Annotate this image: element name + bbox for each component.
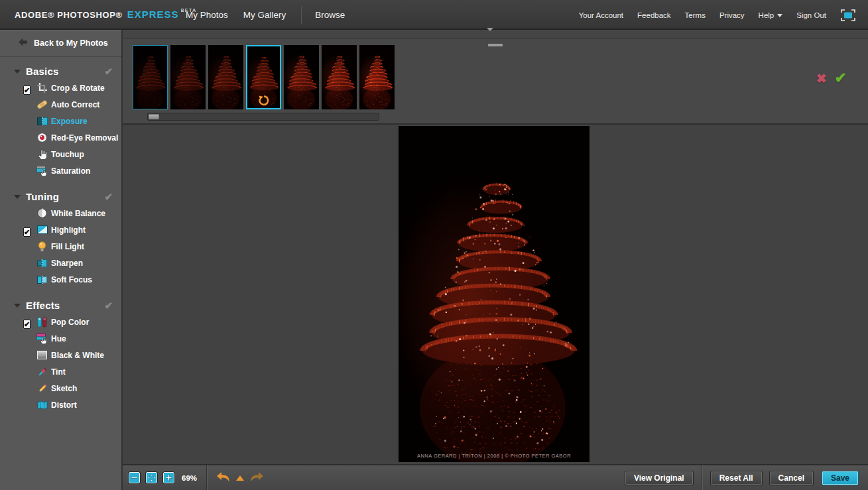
sidebar-item-exposure[interactable]: Exposure bbox=[0, 113, 121, 129]
toolbar-divider bbox=[206, 465, 207, 490]
history-controls bbox=[216, 471, 269, 485]
sidebar-item-tint[interactable]: Tint bbox=[0, 363, 121, 380]
section-header-effects[interactable]: Effects✔ bbox=[0, 297, 121, 314]
exposure-thumbnail-5[interactable] bbox=[284, 45, 319, 109]
crop-icon bbox=[36, 82, 48, 93]
zoom-in-button[interactable] bbox=[163, 472, 174, 483]
highlight-icon bbox=[36, 224, 48, 235]
nav-browse[interactable]: Browse bbox=[315, 10, 345, 20]
item-label: Tint bbox=[51, 367, 66, 377]
exposure-thumbnail-4-selected[interactable] bbox=[246, 45, 281, 109]
photo-caption: ANNA GERARD | TRITON | 2008 | © PHOTO PE… bbox=[399, 453, 589, 459]
redo-icon[interactable] bbox=[249, 471, 264, 485]
main-nav: My Photos My Gallery Browse bbox=[186, 0, 360, 30]
filmstrip-scrollbar[interactable] bbox=[147, 113, 379, 121]
sidebar-item-hue[interactable]: Hue bbox=[0, 330, 121, 347]
editor-canvas: ANNA GERARD | TRITON | 2008 | © PHOTO PE… bbox=[123, 125, 868, 464]
photo-preview[interactable]: ANNA GERARD | TRITON | 2008 | © PHOTO PE… bbox=[399, 126, 589, 462]
nav-my-photos[interactable]: My Photos bbox=[186, 10, 228, 20]
checkbox-slot bbox=[23, 117, 32, 125]
sharpen-icon bbox=[36, 257, 48, 269]
filmstrip-scrollbar-handle[interactable] bbox=[149, 114, 159, 119]
back-arrow-icon bbox=[18, 37, 28, 49]
checked-checkbox[interactable]: ✔ bbox=[23, 84, 32, 92]
sketch-icon bbox=[36, 383, 48, 394]
sidebar-item-red-eye-removal[interactable]: Red-Eye Removal bbox=[0, 129, 121, 146]
sidebar-item-crop-rotate[interactable]: ✔Crop & Rotate bbox=[0, 80, 121, 96]
sidebar-item-pop-color[interactable]: ✔Pop Color bbox=[0, 314, 121, 330]
save-button[interactable]: Save bbox=[822, 471, 859, 485]
popcolor-icon bbox=[36, 316, 48, 328]
softfocus-icon bbox=[36, 274, 48, 285]
checkbox-slot bbox=[23, 166, 32, 175]
exposure-thumbnails bbox=[133, 45, 397, 109]
fullscreen-icon[interactable] bbox=[840, 9, 856, 22]
section-header-basics[interactable]: Basics✔ bbox=[0, 63, 121, 80]
exposure-thumbnail-3[interactable] bbox=[208, 45, 243, 109]
sidebar-item-auto-correct[interactable]: Auto Correct bbox=[0, 96, 121, 113]
sidebar-item-sketch[interactable]: Sketch bbox=[0, 380, 121, 397]
saturation-icon bbox=[36, 165, 48, 176]
back-to-my-photos-button[interactable]: Back to My Photos bbox=[0, 30, 121, 57]
sidebar-item-fill-light[interactable]: Fill Light bbox=[0, 238, 121, 255]
section-label: Basics bbox=[26, 66, 59, 77]
collapse-handle-icon[interactable] bbox=[487, 31, 504, 46]
section-label: Tuning bbox=[26, 191, 59, 202]
privacy-link[interactable]: Privacy bbox=[719, 11, 745, 19]
logo-adobe-photoshop: ADOBE® PHOTOSHOP® bbox=[15, 10, 123, 20]
cancel-adjustment-icon[interactable]: ✖ bbox=[816, 71, 827, 86]
photo-image bbox=[399, 126, 589, 462]
zoom-out-button[interactable] bbox=[129, 472, 140, 483]
sidebar-item-distort[interactable]: Distort bbox=[0, 397, 121, 413]
sidebar-item-highlight[interactable]: ✔Highlight bbox=[0, 221, 121, 238]
sidebar-item-black-white[interactable]: Black & White bbox=[0, 347, 121, 363]
item-label: Sketch bbox=[51, 384, 77, 393]
checkbox-slot bbox=[23, 384, 32, 393]
feedback-link[interactable]: Feedback bbox=[637, 11, 671, 19]
checkbox-slot bbox=[23, 100, 32, 109]
exposure-thumbnail-1[interactable] bbox=[133, 45, 168, 109]
sidebar-item-saturation[interactable]: Saturation bbox=[0, 162, 121, 179]
item-label: Auto Correct bbox=[51, 100, 99, 109]
section-collapse-icon bbox=[14, 195, 21, 199]
help-menu[interactable]: Help bbox=[759, 11, 783, 19]
section-collapse-icon bbox=[14, 304, 21, 308]
checked-checkbox[interactable]: ✔ bbox=[23, 225, 32, 234]
apply-adjustment-icon[interactable]: ✔ bbox=[835, 70, 847, 87]
exposure-thumbnail-7[interactable] bbox=[359, 45, 395, 109]
zoom-fit-button[interactable] bbox=[146, 472, 157, 483]
exposure-thumbnail-6[interactable] bbox=[322, 45, 357, 109]
sidebar-item-white-balance[interactable]: White Balance bbox=[0, 205, 121, 221]
undo-icon[interactable] bbox=[216, 471, 231, 485]
view-original-button[interactable]: View Original bbox=[625, 471, 694, 485]
sign-out-link[interactable]: Sign Out bbox=[796, 11, 826, 19]
cancel-button[interactable]: Cancel bbox=[769, 471, 814, 485]
app-logo: ADOBE® PHOTOSHOP® EXPRESS BETA bbox=[15, 9, 196, 20]
terms-link[interactable]: Terms bbox=[685, 11, 706, 19]
autocorrect-icon bbox=[36, 99, 48, 110]
tool-sections: Basics✔✔Crop & RotateAuto CorrectExposur… bbox=[0, 57, 121, 413]
section-header-tuning[interactable]: Tuning✔ bbox=[0, 188, 121, 205]
nav-my-gallery[interactable]: My Gallery bbox=[243, 10, 286, 20]
exposure-thumbnail-2[interactable] bbox=[170, 45, 206, 109]
reset-exposure-icon[interactable] bbox=[258, 95, 269, 106]
checkbox-slot bbox=[23, 334, 32, 343]
sidebar-item-sharpen[interactable]: Sharpen bbox=[0, 255, 121, 271]
section-label: Effects bbox=[26, 300, 60, 311]
item-label: Distort bbox=[51, 400, 77, 410]
sidebar-item-soft-focus[interactable]: Soft Focus bbox=[0, 271, 121, 288]
exposure-icon bbox=[36, 115, 48, 127]
section-check-icon: ✔ bbox=[104, 300, 113, 312]
item-label: Crop & Rotate bbox=[51, 84, 105, 93]
history-menu-icon[interactable] bbox=[236, 475, 244, 481]
item-label: Exposure bbox=[51, 117, 88, 126]
sidebar-item-touchup[interactable]: Touchup bbox=[0, 146, 121, 162]
whitebalance-icon bbox=[36, 208, 48, 219]
checked-checkbox[interactable]: ✔ bbox=[23, 318, 32, 326]
toolbar-divider bbox=[702, 465, 702, 490]
back-label: Back to My Photos bbox=[34, 38, 108, 48]
section-check-icon: ✔ bbox=[104, 191, 113, 203]
your-account-link[interactable]: Your Account bbox=[579, 11, 623, 19]
reset-all-button[interactable]: Reset All bbox=[710, 471, 763, 485]
redeye-icon bbox=[36, 132, 48, 143]
